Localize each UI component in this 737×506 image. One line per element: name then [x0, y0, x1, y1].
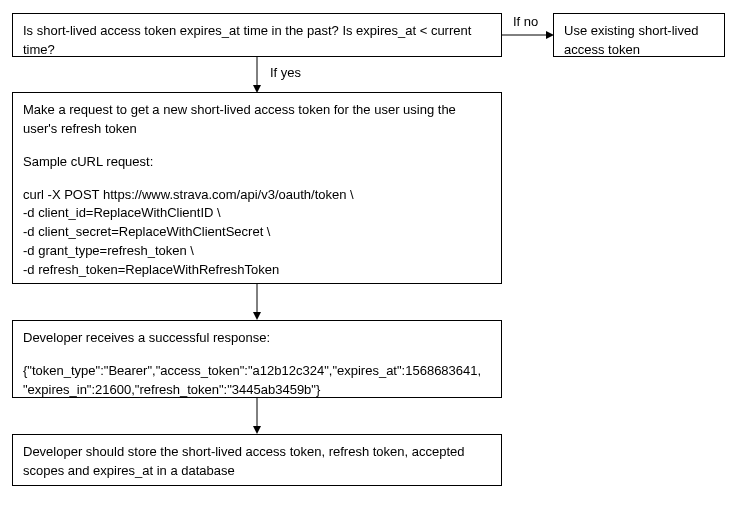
response-body: {"token_type":"Bearer","access_token":"a…	[23, 362, 491, 400]
store-text: Developer should store the short-lived a…	[23, 444, 465, 478]
edge-label-if-yes: If yes	[270, 65, 301, 80]
response-box: Developer receives a successful response…	[12, 320, 502, 398]
use-existing-text: Use existing short-lived access token	[564, 23, 698, 57]
decision-text: Is short-lived access token expires_at t…	[23, 23, 471, 57]
arrow-if-no	[502, 30, 554, 40]
arrow-request-to-response	[252, 284, 262, 320]
store-box: Developer should store the short-lived a…	[12, 434, 502, 486]
curl-line-5: -d refresh_token=ReplaceWithRefreshToken	[23, 261, 491, 280]
response-intro: Developer receives a successful response…	[23, 329, 491, 348]
svg-marker-5	[253, 312, 261, 320]
edge-label-if-no: If no	[513, 14, 538, 29]
curl-line-1: curl -X POST https://www.strava.com/api/…	[23, 186, 491, 205]
refresh-request-box: Make a request to get a new short-lived …	[12, 92, 502, 284]
curl-line-2: -d client_id=ReplaceWithClientID \	[23, 204, 491, 223]
arrow-response-to-store	[252, 398, 262, 434]
curl-line-4: -d grant_type=refresh_token \	[23, 242, 491, 261]
use-existing-box: Use existing short-lived access token	[553, 13, 725, 57]
svg-marker-7	[253, 426, 261, 434]
arrow-if-yes	[252, 57, 262, 93]
sample-curl-label: Sample cURL request:	[23, 153, 491, 172]
curl-line-3: -d client_secret=ReplaceWithClientSecret…	[23, 223, 491, 242]
refresh-request-intro: Make a request to get a new short-lived …	[23, 101, 491, 139]
decision-box: Is short-lived access token expires_at t…	[12, 13, 502, 57]
